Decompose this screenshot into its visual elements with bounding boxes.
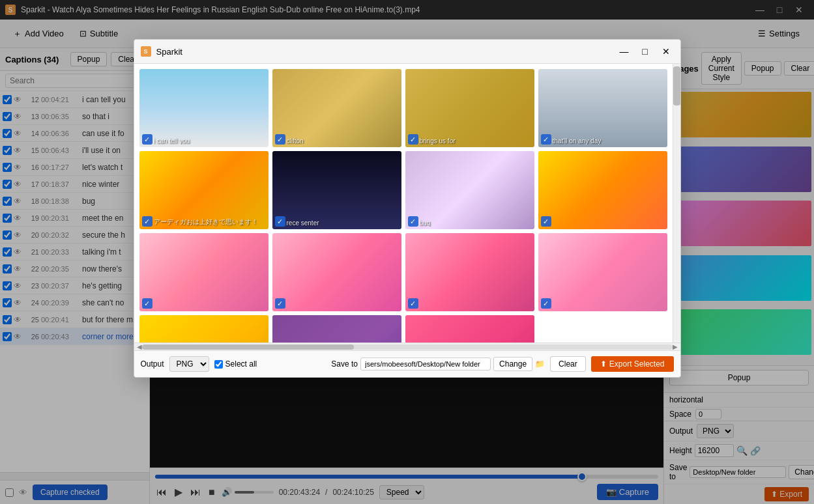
dialog-vertical-scrollbar[interactable]	[673, 64, 680, 343]
dialog-image-9[interactable]	[272, 233, 401, 311]
image-check-7	[541, 216, 551, 227]
dialog-image-0[interactable]: i can tell you	[139, 69, 269, 147]
image-caption-4: アーディガおは上好きで思います！	[154, 217, 266, 227]
dialog-image-8[interactable]	[139, 233, 269, 311]
dialog-image-6[interactable]: bug	[405, 151, 534, 229]
dialog-footer: Output PNG Select all Save to Change 📁 C…	[134, 350, 680, 377]
image-caption-2: brings us for	[420, 137, 532, 145]
dialog-horizontal-scrollbar[interactable]: ◀ ▶	[134, 343, 680, 350]
image-check-9	[275, 298, 285, 309]
dialog-save-input[interactable]	[360, 357, 491, 371]
image-check-0	[142, 134, 153, 145]
dialog-minimize-button[interactable]: —	[617, 44, 632, 59]
image-caption-5: rece senter	[287, 219, 399, 227]
dialog-close-button[interactable]: ✕	[658, 44, 674, 59]
dialog-maximize-button[interactable]: □	[637, 44, 653, 59]
image-check-10	[408, 298, 418, 309]
dialog-image-12[interactable]	[139, 315, 269, 343]
dialog-overlay: S Sparkit — □ ✕ i can tell youcliftonbri…	[0, 0, 814, 504]
dialog-image-11[interactable]	[538, 233, 667, 311]
image-caption-3: that'll on any day	[553, 137, 665, 145]
dialog-image-3[interactable]: that'll on any day	[538, 69, 667, 147]
dialog-image-1[interactable]: clifton	[272, 69, 401, 147]
image-caption-0: i can tell you	[154, 137, 266, 145]
image-check-8	[142, 298, 153, 309]
dialog-output-label: Output	[141, 359, 164, 369]
image-check-2	[408, 134, 418, 145]
dialog-image-2[interactable]: brings us for	[405, 69, 534, 147]
dialog-title: Sparkit	[156, 47, 611, 57]
image-check-3	[541, 134, 551, 145]
export-dialog: S Sparkit — □ ✕ i can tell youcliftonbri…	[134, 39, 681, 378]
dialog-folder-icon: 📁	[535, 359, 545, 369]
dialog-image-7[interactable]	[538, 151, 667, 229]
dialog-image-5[interactable]: rece senter	[272, 151, 401, 229]
dialog-image-4[interactable]: アーディガおは上好きで思います！	[139, 151, 269, 229]
dialog-save-label: Save to	[331, 359, 358, 369]
dialog-clear-button[interactable]: Clear	[550, 356, 586, 372]
dialog-image-10[interactable]	[405, 233, 534, 311]
select-all-checkbox[interactable]	[214, 360, 223, 369]
select-all-label: Select all	[225, 359, 257, 369]
dialog-output-format[interactable]: PNG	[169, 356, 209, 372]
upload-icon: ⬆	[600, 359, 607, 369]
dialog-titlebar: S Sparkit — □ ✕	[134, 40, 680, 64]
image-check-11	[541, 298, 551, 309]
image-caption-1: clifton	[287, 137, 399, 145]
image-check-1	[275, 134, 285, 145]
dialog-image-14[interactable]	[405, 315, 534, 343]
dialog-save-wrap: Save to Change 📁	[331, 357, 545, 371]
dialog-app-icon: S	[141, 46, 151, 57]
dialog-image-13[interactable]	[272, 315, 401, 343]
image-check-6	[408, 216, 418, 227]
image-check-5	[275, 216, 285, 227]
image-check-4	[142, 216, 153, 227]
select-all-wrap: Select all	[214, 359, 257, 369]
dialog-change-button[interactable]: Change	[493, 357, 532, 371]
dialog-image-grid: i can tell youcliftonbrings us forthat'l…	[134, 64, 673, 343]
export-selected-button[interactable]: ⬆ Export Selected	[591, 356, 674, 372]
image-caption-6: bug	[420, 219, 532, 227]
